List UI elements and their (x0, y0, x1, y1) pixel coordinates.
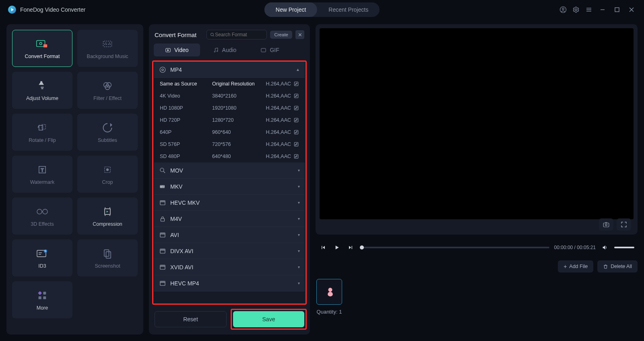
quantity-label: Quantity: 1 (317, 309, 342, 315)
tool-crop[interactable]: Crop (77, 156, 138, 193)
format-group-xvid-avi[interactable]: XVID AVI▾ (154, 259, 305, 275)
file-queue: Quantity: 1 (316, 277, 638, 335)
format-group-hevc-mkv[interactable]: HEVC MKV▾ (154, 195, 305, 211)
svg-point-14 (108, 43, 110, 45)
id3-icon (36, 247, 49, 260)
edit-icon[interactable] (293, 81, 299, 87)
svg-point-46 (214, 51, 215, 52)
tool-screenshot[interactable]: Screenshot (77, 239, 138, 277)
snapshot-button[interactable] (599, 218, 613, 231)
svg-text:MKV: MKV (160, 185, 164, 187)
edit-icon[interactable] (293, 93, 299, 99)
prev-button[interactable] (319, 243, 328, 252)
format-option[interactable]: Same as SourceOriginal ResolutionH.264,A… (154, 78, 305, 90)
format-group-avi[interactable]: AVI▾ (154, 227, 305, 243)
tool-label: Adjust Volume (26, 96, 58, 101)
playback-controls: 00:00:00 / 00:05:21 (316, 239, 638, 256)
format-group-mov[interactable]: MOV▾ (154, 162, 305, 179)
save-button[interactable]: Save (233, 311, 304, 327)
screenshot-icon (101, 247, 114, 260)
tool-label: ID3 (38, 263, 46, 269)
tool-label: Background Music (87, 54, 128, 59)
svg-rect-48 (261, 48, 266, 52)
app-title: FoneDog Video Converter (20, 6, 85, 13)
format-option[interactable]: HD 1080P1920*1080H.264,AAC (154, 102, 305, 114)
svg-marker-31 (107, 211, 109, 213)
format-tab-video[interactable]: Video (154, 44, 200, 56)
format-option[interactable]: 640P960*640H.264,AAC (154, 126, 305, 138)
format-option[interactable]: SD 480P640*480H.264,AAC (154, 150, 305, 162)
reset-button[interactable]: Reset (155, 311, 227, 327)
volume-icon[interactable] (601, 243, 609, 252)
format-option[interactable]: SD 576P720*576H.264,AAC (154, 138, 305, 150)
minimize-button[interactable] (598, 5, 607, 14)
search-field[interactable] (215, 32, 263, 37)
tool-adjust-volume[interactable]: Adjust Volume (12, 72, 72, 109)
tool-id3[interactable]: ID3 (12, 239, 72, 277)
account-icon[interactable] (559, 6, 567, 13)
fullscreen-button[interactable] (617, 218, 631, 231)
close-panel-button[interactable]: ✕ (295, 30, 304, 39)
rotate-flip-icon (36, 121, 49, 134)
format-group-mkv[interactable]: MKVMKV▾ (154, 179, 305, 195)
tool-watermark[interactable]: TWatermark (12, 156, 72, 193)
format-tab-audio[interactable]: Audio (202, 44, 248, 56)
edit-icon[interactable] (293, 129, 299, 135)
subtitles-icon (101, 121, 114, 134)
settings-icon[interactable] (572, 6, 580, 13)
tool-compression[interactable]: Compression (77, 198, 138, 235)
create-button[interactable]: Create (270, 31, 292, 39)
svg-point-11 (39, 42, 42, 45)
edit-icon[interactable] (293, 141, 299, 147)
svg-point-50 (162, 69, 164, 71)
svg-rect-53 (294, 106, 298, 110)
search-format-input[interactable] (206, 30, 267, 40)
format-group-divx-avi[interactable]: DIVX AVI▾ (154, 243, 305, 259)
volume-slider[interactable] (614, 247, 634, 248)
svg-rect-67 (161, 218, 165, 221)
svg-rect-51 (294, 82, 298, 85)
format-option[interactable]: HD 720P1280*720H.264,AAC (154, 114, 305, 126)
tab-recent-projects[interactable]: Recent Projects (317, 2, 380, 17)
svg-point-58 (160, 168, 164, 172)
svg-point-27 (37, 209, 42, 214)
svg-rect-36 (104, 250, 109, 256)
play-button[interactable] (332, 243, 341, 252)
edit-icon[interactable] (293, 154, 299, 159)
next-button[interactable] (346, 243, 355, 252)
maximize-button[interactable] (613, 5, 621, 14)
format-group-m4v[interactable]: M4V▾ (154, 211, 305, 227)
format-tab-video-label: Video (174, 47, 189, 53)
tool-background-music[interactable]: Background Music (77, 30, 138, 67)
svg-rect-88 (603, 223, 609, 227)
tool-filter-effect[interactable]: Filter / Effect (77, 72, 138, 109)
add-file-button[interactable]: +Add File (558, 260, 593, 272)
tool-convert-format[interactable]: Convert Format (12, 30, 72, 67)
tool-label: Convert Format (25, 54, 60, 59)
edit-icon[interactable] (293, 105, 299, 111)
tool-label: More (37, 305, 48, 311)
svg-point-26 (107, 169, 109, 171)
svg-rect-7 (615, 8, 619, 12)
tool-rotate-flip[interactable]: Rotate / Flip (12, 114, 72, 151)
tool-3d-effects[interactable]: 3D Effects (12, 198, 72, 235)
tool-subtitles[interactable]: Subtitles (77, 114, 138, 151)
format-group-hevc-mp4[interactable]: HEVC MP4▾ (154, 275, 305, 291)
format-option[interactable]: 4K Video3840*2160H.264,AAC (154, 90, 305, 102)
format-tab-gif[interactable]: GIF (249, 44, 290, 56)
seek-bar[interactable] (360, 247, 549, 248)
format-group-mp4[interactable]: MP4▲ (154, 62, 305, 78)
svg-rect-55 (294, 130, 298, 134)
menu-icon[interactable] (585, 6, 592, 13)
close-window-button[interactable] (627, 5, 636, 14)
queue-item[interactable]: Quantity: 1 (316, 279, 342, 315)
svg-rect-39 (43, 292, 46, 295)
tool-more[interactable]: More (12, 281, 72, 318)
delete-all-button[interactable]: Delete All (597, 260, 638, 272)
svg-point-89 (605, 224, 607, 226)
svg-line-59 (163, 171, 165, 173)
format-tab-audio-label: Audio (222, 47, 237, 53)
3d-effects-icon (36, 205, 49, 218)
tab-new-project[interactable]: New Project (264, 2, 317, 17)
edit-icon[interactable] (293, 117, 299, 123)
